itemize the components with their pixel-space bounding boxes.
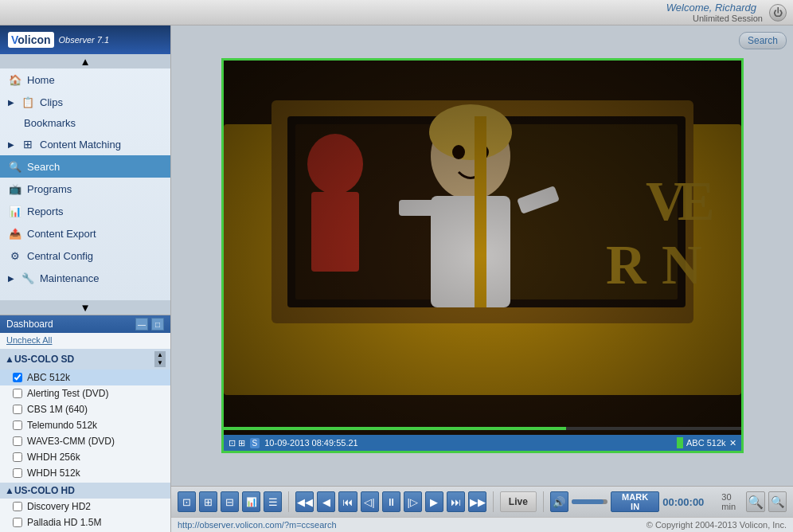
video-status-s: S bbox=[250, 438, 260, 448]
group-scroll-up-sd[interactable]: ▲ bbox=[154, 351, 166, 359]
channel-telemundo[interactable]: Telemundo 512k bbox=[0, 417, 170, 433]
content-matching-icon: ⊞ bbox=[21, 137, 35, 151]
video-channel-label: ABC 512k bbox=[686, 438, 726, 448]
sidebar-label-reports: Reports bbox=[27, 205, 64, 217]
checkbox-whdh-256k[interactable] bbox=[13, 452, 22, 462]
dashboard-maximize[interactable]: □ bbox=[151, 318, 164, 331]
central-config-icon: ⚙ bbox=[8, 248, 22, 263]
dashboard-minimize[interactable]: — bbox=[135, 318, 148, 331]
close-video-icon[interactable]: ✕ bbox=[729, 438, 736, 448]
video-wrapper: V E R N bbox=[221, 58, 744, 453]
group-header-sd[interactable]: ▲ US-COLO SD ▲ ▼ bbox=[0, 349, 170, 370]
video-frame[interactable]: V E R N bbox=[224, 61, 741, 451]
channel-whdh-512k[interactable]: WHDH 512k bbox=[0, 465, 170, 481]
sidebar-item-maintenance[interactable]: ▶ 🔧 Maintenance bbox=[0, 267, 170, 289]
step-back-button[interactable]: ◁| bbox=[361, 491, 379, 512]
sidebar-item-content-export[interactable]: 📤 Content Export bbox=[0, 222, 170, 244]
sidebar-label-content-matching: Content Matching bbox=[40, 139, 121, 151]
channel-cbs-1m[interactable]: CBS 1M (640) bbox=[0, 401, 170, 417]
separator-3 bbox=[543, 491, 544, 512]
sidebar-item-reports[interactable]: 📊 Reports bbox=[0, 200, 170, 222]
channel-palladia-hd[interactable]: Palladia HD 1.5M bbox=[0, 514, 170, 530]
welcome-text: Welcome, Richardg bbox=[666, 2, 756, 14]
sidebar-nav: 🏠 Home ▶ 📋 Clips Bookmarks ▶ ⊞ Content M… bbox=[0, 68, 170, 300]
separator-2 bbox=[493, 491, 494, 512]
search-icon: 🔍 bbox=[8, 159, 22, 174]
sidebar-label-bookmarks: Bookmarks bbox=[24, 117, 76, 129]
checkbox-wave3[interactable] bbox=[13, 436, 22, 446]
channel-alerting-test[interactable]: Alerting Test (DVD) bbox=[0, 385, 170, 401]
view-grid4-button[interactable]: ⊞ bbox=[199, 491, 217, 512]
checkbox-discovery-hd2[interactable] bbox=[13, 502, 22, 511]
video-scene: V E R N bbox=[224, 61, 741, 451]
sidebar-item-search[interactable]: 🔍 Search bbox=[0, 155, 170, 178]
checkbox-whdh-512k[interactable] bbox=[13, 468, 22, 478]
session-text: Unlimited Session bbox=[693, 14, 763, 23]
group-scroll-sd: ▲ ▼ bbox=[154, 351, 166, 367]
zoom-out-button[interactable]: 🔍- bbox=[768, 491, 787, 512]
view-grid9-button[interactable]: ⊟ bbox=[221, 491, 239, 512]
sidebar-item-central-config[interactable]: ⚙ Central Config bbox=[0, 244, 170, 267]
view-list-button[interactable]: ☰ bbox=[264, 491, 282, 512]
mark-in-button[interactable]: MARK IN bbox=[611, 491, 659, 512]
sidebar-item-programs[interactable]: 📺 Programs bbox=[0, 178, 170, 200]
uncheck-all-button[interactable]: Uncheck All bbox=[0, 333, 170, 347]
search-button[interactable]: Search bbox=[739, 32, 787, 49]
sidebar-item-clips[interactable]: ▶ 📋 Clips bbox=[0, 91, 170, 113]
sidebar-item-bookmarks[interactable]: Bookmarks bbox=[0, 113, 170, 133]
zoom-in-button[interactable]: 🔍 bbox=[746, 491, 764, 512]
checkbox-alerting-test[interactable] bbox=[13, 389, 22, 398]
sidebar-item-home[interactable]: 🏠 Home bbox=[0, 68, 170, 91]
fast-forward-button[interactable]: ▶▶ bbox=[468, 491, 486, 512]
video-overlay: ⊡ ⊞ S 10-09-2013 08:49:55.21 ABC 512k ✕ bbox=[224, 435, 741, 451]
next-segment-button[interactable]: ⏭ bbox=[447, 491, 465, 512]
checkbox-telemundo[interactable] bbox=[13, 421, 22, 430]
channel-label-discovery-hd2: Discovery HD2 bbox=[27, 501, 91, 512]
maintenance-icon: 🔧 bbox=[21, 271, 35, 285]
sidebar-label-search: Search bbox=[27, 161, 60, 173]
checkbox-abc-512k[interactable] bbox=[13, 373, 22, 382]
dashboard-panel: Dashboard — □ Uncheck All ▲ US-COLO SD ▲… bbox=[0, 315, 170, 532]
controls-right: 30 min 🔍 🔍- bbox=[721, 491, 787, 512]
channel-group-hd: ▲ US-COLO HD Discovery HD2 Palladia HD 1… bbox=[0, 483, 170, 530]
pause-button[interactable]: ⏸ bbox=[382, 491, 400, 512]
group-scroll-down-sd[interactable]: ▼ bbox=[154, 359, 166, 367]
view-single-button[interactable]: ⊡ bbox=[178, 491, 196, 512]
sidebar-scroll-up[interactable]: ▲ bbox=[0, 54, 170, 68]
checkbox-palladia-hd[interactable] bbox=[13, 518, 22, 527]
channel-label-whdh-256k: WHDH 256k bbox=[27, 452, 80, 463]
play-button[interactable]: ▶ bbox=[425, 491, 443, 512]
group-label-sd: US-COLO SD bbox=[14, 354, 154, 365]
rewind-fast-button[interactable]: ◀◀ bbox=[295, 491, 314, 512]
step-forward-button[interactable]: |▷ bbox=[404, 491, 422, 512]
channel-abc-512k[interactable]: ABC 512k bbox=[0, 370, 170, 385]
separator-1 bbox=[288, 491, 289, 512]
channel-wave3[interactable]: WAVE3-CMM (DVD) bbox=[0, 433, 170, 449]
content-export-icon: 📤 bbox=[8, 226, 22, 241]
volume-button[interactable]: 🔊 bbox=[550, 491, 568, 512]
sidebar-label-central-config: Central Config bbox=[27, 250, 93, 262]
view-chart-button[interactable]: 📊 bbox=[242, 491, 260, 512]
group-label-hd: US-COLO HD bbox=[14, 485, 166, 496]
sidebar-item-content-matching[interactable]: ▶ ⊞ Content Matching bbox=[0, 133, 170, 155]
power-button[interactable]: ⏻ bbox=[769, 4, 787, 22]
dashboard-controls: — □ bbox=[135, 318, 164, 331]
sidebar-scroll-down[interactable]: ▼ bbox=[0, 300, 170, 315]
dashboard-header: Dashboard — □ bbox=[0, 315, 170, 333]
home-icon: 🏠 bbox=[8, 72, 22, 87]
group-arrow-sd: ▲ bbox=[5, 354, 14, 365]
live-button[interactable]: Live bbox=[500, 491, 537, 512]
channel-discovery-hd2[interactable]: Discovery HD2 bbox=[0, 499, 170, 514]
clips-arrow: ▶ bbox=[8, 98, 14, 107]
content-area: Search bbox=[171, 25, 793, 532]
group-arrow-hd: ▲ bbox=[5, 485, 14, 496]
time-display: 00:00:00 bbox=[662, 496, 718, 508]
channel-whdh-256k[interactable]: WHDH 256k bbox=[0, 449, 170, 465]
svg-rect-21 bbox=[224, 61, 741, 451]
prev-segment-button[interactable]: ⏮ bbox=[338, 491, 357, 512]
rewind-button[interactable]: ◀ bbox=[317, 491, 335, 512]
volume-slider[interactable] bbox=[572, 499, 607, 504]
logo-subtitle: Observer 7.1 bbox=[59, 34, 110, 45]
group-header-hd[interactable]: ▲ US-COLO HD bbox=[0, 483, 170, 499]
checkbox-cbs-1m[interactable] bbox=[13, 405, 22, 414]
